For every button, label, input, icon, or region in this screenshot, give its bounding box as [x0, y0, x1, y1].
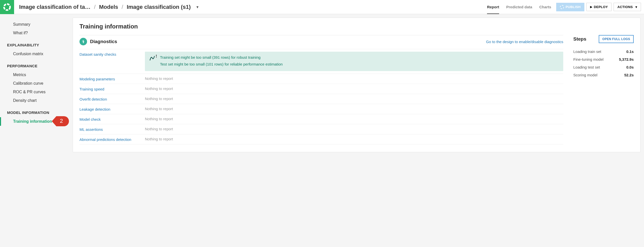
- breadcrumb-models[interactable]: Models: [99, 4, 118, 10]
- sidebar-item-confusion[interactable]: Confusion matrix: [0, 50, 69, 58]
- sidebar-section-performance: PERFORMANCE: [0, 58, 69, 71]
- diagnostics-icon: ⚕: [79, 38, 87, 45]
- tab-report[interactable]: Report: [487, 0, 499, 14]
- sidebar-item-roc[interactable]: ROC & PR curves: [0, 88, 69, 96]
- main-panel: Training information ⚕ Diagnostics Go to…: [73, 18, 640, 152]
- deploy-button[interactable]: DEPLOY: [586, 3, 612, 11]
- annotation-marker: 2: [56, 116, 69, 126]
- actions-button[interactable]: ACTIONS: [614, 3, 641, 11]
- warning-box: Training set might be too small (391 row…: [145, 52, 563, 71]
- sidebar-item-metrics[interactable]: Metrics: [0, 71, 69, 79]
- app-logo[interactable]: [0, 0, 14, 14]
- diag-leakage[interactable]: Leakage detection: [79, 107, 140, 111]
- nothing-label: Nothing to report: [145, 107, 173, 111]
- nothing-label: Nothing to report: [145, 86, 173, 91]
- top-nav: Report Predicted data Charts: [482, 0, 556, 14]
- svg-point-0: [4, 4, 10, 10]
- diagnostics-title: Diagnostics: [90, 39, 117, 44]
- diag-overfit[interactable]: Overfit detection: [79, 97, 140, 101]
- nothing-label: Nothing to report: [145, 137, 173, 141]
- sidebar-item-density[interactable]: Density chart: [0, 96, 69, 105]
- chevron-down-icon[interactable]: ▼: [196, 5, 199, 9]
- warning-text-1: Training set might be too small (391 row…: [160, 55, 283, 60]
- diag-dataset-sanity[interactable]: Dataset sanity checks: [79, 52, 140, 56]
- sidebar-item-calibration[interactable]: Calibration curve: [0, 79, 69, 88]
- page-title: Training information: [79, 23, 634, 30]
- publish-button[interactable]: PUBLISH: [556, 3, 584, 11]
- step-row: Fine-tuning model5,372.9s: [573, 55, 634, 63]
- sidebar-item-summary[interactable]: Summary: [0, 20, 69, 29]
- step-row: Scoring model52.2s: [573, 71, 634, 79]
- warning-text-2: Test set might be too small (101 rows) f…: [160, 61, 283, 67]
- topbar: Image classification of ta… / Models / I…: [0, 0, 644, 14]
- breadcrumb-project[interactable]: Image classification of ta…: [19, 4, 91, 10]
- open-full-logs-button[interactable]: OPEN FULL LOGS: [599, 35, 634, 43]
- diag-abnormal-predictions[interactable]: Abnormal predictions detection: [79, 137, 140, 142]
- diag-model-check[interactable]: Model check: [79, 117, 140, 121]
- design-link[interactable]: Go to the design to enable/disable diagn…: [486, 40, 563, 44]
- sidebar: Summary What if? EXPLAINABILITY Confusio…: [0, 14, 69, 156]
- diag-training-speed[interactable]: Training speed: [79, 86, 140, 91]
- step-row: Loading train set0.1s: [573, 48, 634, 55]
- sidebar-section-explainability: EXPLAINABILITY: [0, 37, 69, 50]
- tab-charts[interactable]: Charts: [539, 0, 551, 14]
- step-row: Loading test set0.0s: [573, 63, 634, 71]
- dataiku-icon: [3, 3, 11, 11]
- breadcrumb-current[interactable]: Image classification (s1): [127, 4, 191, 10]
- warning-icon: [149, 55, 156, 68]
- sidebar-item-whatif[interactable]: What if?: [0, 29, 69, 37]
- publish-icon: [560, 5, 564, 9]
- nothing-label: Nothing to report: [145, 127, 173, 131]
- steps-title: Steps: [573, 36, 586, 42]
- tab-predicted-data[interactable]: Predicted data: [506, 0, 532, 14]
- diag-ml-assertions[interactable]: ML assertions: [79, 127, 140, 132]
- nothing-label: Nothing to report: [145, 76, 173, 81]
- topbar-buttons: PUBLISH DEPLOY ACTIONS: [556, 3, 644, 11]
- sidebar-section-model-info: MODEL INFORMATION: [0, 105, 69, 117]
- nothing-label: Nothing to report: [145, 117, 173, 121]
- nothing-label: Nothing to report: [145, 97, 173, 101]
- diag-modeling-params[interactable]: Modeling parameters: [79, 76, 140, 81]
- breadcrumb: Image classification of ta… / Models / I…: [14, 4, 204, 10]
- sidebar-item-training-information[interactable]: Training information 2: [0, 117, 69, 126]
